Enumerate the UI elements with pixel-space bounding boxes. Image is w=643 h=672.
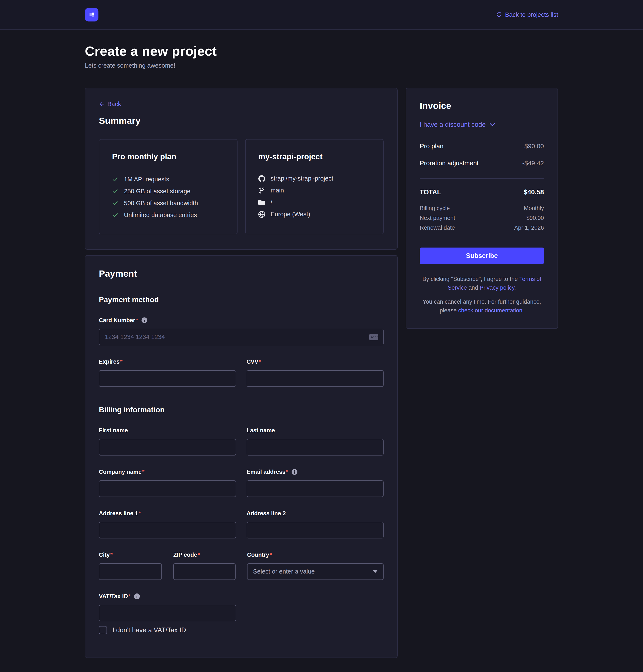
project-region-row: Europe (West) bbox=[258, 208, 371, 220]
arrow-left-icon bbox=[99, 101, 105, 107]
required-asterisk: * bbox=[129, 593, 131, 600]
card-number-label: Card Number bbox=[99, 317, 135, 324]
first-name-input[interactable] bbox=[99, 439, 236, 456]
country-label: Country bbox=[247, 552, 269, 558]
documentation-link[interactable]: check our documentation bbox=[458, 307, 522, 314]
plan-feature: 250 GB of asset storage bbox=[112, 185, 224, 197]
first-name-label: First name bbox=[99, 427, 128, 434]
city-label: City bbox=[99, 552, 110, 558]
credit-card-icon bbox=[369, 334, 378, 340]
invoice-divider bbox=[420, 178, 544, 179]
invoice-meta-row: Next payment $90.00 bbox=[420, 215, 544, 221]
info-icon[interactable] bbox=[134, 593, 140, 599]
last-name-field: Last name bbox=[247, 427, 384, 456]
country-field: Country * Select or enter a value bbox=[247, 552, 384, 580]
no-vat-checkbox-label: I don't have a VAT/Tax ID bbox=[112, 626, 186, 634]
last-name-input[interactable] bbox=[247, 439, 384, 456]
cvv-field: CVV * bbox=[247, 359, 384, 387]
plan-feature-label: 250 GB of asset storage bbox=[124, 188, 191, 195]
check-icon bbox=[112, 200, 119, 206]
email-input[interactable] bbox=[247, 480, 384, 497]
strapi-logo[interactable] bbox=[85, 8, 98, 22]
zip-field: ZIP code * bbox=[173, 552, 235, 580]
address2-input[interactable] bbox=[247, 522, 384, 538]
project-dir-row: / bbox=[258, 196, 371, 208]
required-asterisk: * bbox=[270, 552, 272, 558]
terms-text: By clicking "Subscribe", I agree to the bbox=[423, 276, 519, 282]
card-number-field: Card Number * bbox=[99, 317, 384, 345]
address2-field: Address line 2 bbox=[247, 510, 384, 538]
back-to-projects-label: Back to projects list bbox=[505, 11, 558, 18]
project-branch-row: main bbox=[258, 184, 371, 196]
title-block: Create a new project Lets create somethi… bbox=[85, 30, 558, 69]
project-region-label: Europe (West) bbox=[271, 211, 310, 218]
back-to-projects-link[interactable]: Back to projects list bbox=[496, 11, 558, 18]
address1-field: Address line 1 * bbox=[99, 510, 236, 538]
page-subtitle: Lets create something awesome! bbox=[85, 62, 558, 69]
check-icon bbox=[112, 212, 119, 218]
zip-label: ZIP code bbox=[173, 552, 197, 558]
address1-label: Address line 1 bbox=[99, 510, 138, 517]
project-branch-label: main bbox=[271, 187, 284, 194]
country-select[interactable]: Select or enter a value bbox=[247, 563, 384, 580]
invoice-meta-value: $90.00 bbox=[526, 215, 544, 221]
company-field: Company name * bbox=[99, 469, 236, 497]
project-repo-row: strapi/my-strapi-project bbox=[258, 173, 371, 184]
project-card-title: my-strapi-project bbox=[258, 152, 371, 161]
cvv-label: CVV bbox=[247, 359, 258, 365]
invoice-line-value: $90.00 bbox=[524, 143, 544, 150]
required-asterisk: * bbox=[142, 469, 145, 475]
strapi-logo-icon bbox=[87, 10, 96, 19]
cancel-text: . bbox=[522, 307, 524, 314]
arrow-clockwise-icon bbox=[496, 12, 502, 17]
vat-input[interactable] bbox=[99, 605, 236, 621]
caret-down-icon bbox=[373, 570, 378, 573]
required-asterisk: * bbox=[259, 359, 261, 365]
check-icon bbox=[112, 176, 119, 183]
chevron-down-icon bbox=[489, 123, 495, 126]
cvv-input[interactable] bbox=[247, 370, 384, 387]
git-branch-icon bbox=[258, 187, 265, 194]
required-asterisk: * bbox=[110, 552, 113, 558]
info-icon[interactable] bbox=[291, 469, 298, 475]
plan-feature: Unlimited database entries bbox=[112, 209, 224, 221]
country-select-placeholder: Select or enter a value bbox=[253, 568, 315, 575]
folder-icon bbox=[258, 199, 265, 206]
invoice-line: Pro plan $90.00 bbox=[420, 143, 544, 150]
vat-label: VAT/Tax ID bbox=[99, 593, 128, 600]
invoice-line-label: Proration adjustment bbox=[420, 159, 478, 167]
invoice-lines: Pro plan $90.00 Proration adjustment -$4… bbox=[420, 143, 544, 167]
expires-label: Expires bbox=[99, 359, 120, 365]
invoice-meta-value: Monthly bbox=[524, 205, 544, 212]
required-asterisk: * bbox=[139, 510, 141, 517]
back-link[interactable]: Back bbox=[99, 100, 121, 108]
subscribe-button[interactable]: Subscribe bbox=[420, 248, 544, 264]
card-number-input[interactable] bbox=[99, 329, 384, 345]
privacy-policy-link[interactable]: Privacy policy bbox=[480, 285, 514, 291]
zip-input[interactable] bbox=[173, 563, 235, 580]
invoice-meta-label: Renewal date bbox=[420, 225, 455, 231]
required-asterisk: * bbox=[136, 317, 138, 324]
company-input[interactable] bbox=[99, 480, 236, 497]
email-label: Email address bbox=[247, 469, 286, 475]
project-repo-label: strapi/my-strapi-project bbox=[271, 175, 333, 182]
page-title: Create a new project bbox=[85, 44, 558, 59]
plan-card: Pro monthly plan 1M API requests bbox=[99, 139, 238, 235]
invoice-panel: Invoice I have a discount code Pro plan … bbox=[406, 88, 558, 329]
address1-input[interactable] bbox=[99, 522, 236, 538]
expires-input[interactable] bbox=[99, 370, 236, 387]
required-asterisk: * bbox=[286, 469, 289, 475]
terms-text: . bbox=[514, 285, 516, 291]
invoice-title: Invoice bbox=[420, 100, 544, 111]
back-link-label: Back bbox=[107, 100, 121, 108]
summary-card: Back Summary Pro monthly plan bbox=[85, 88, 398, 250]
info-icon[interactable] bbox=[141, 317, 148, 323]
email-field: Email address * bbox=[247, 469, 384, 497]
no-vat-checkbox[interactable] bbox=[99, 626, 107, 634]
plan-feature-label: 500 GB of asset bandwidth bbox=[124, 200, 198, 207]
create-project-page: Back to projects list Create a new proje… bbox=[0, 0, 643, 672]
app-header: Back to projects list bbox=[0, 0, 643, 30]
plan-feature-list: 1M API requests 250 GB of asset storage bbox=[112, 173, 224, 221]
city-input[interactable] bbox=[99, 563, 162, 580]
discount-code-toggle[interactable]: I have a discount code bbox=[420, 121, 544, 129]
